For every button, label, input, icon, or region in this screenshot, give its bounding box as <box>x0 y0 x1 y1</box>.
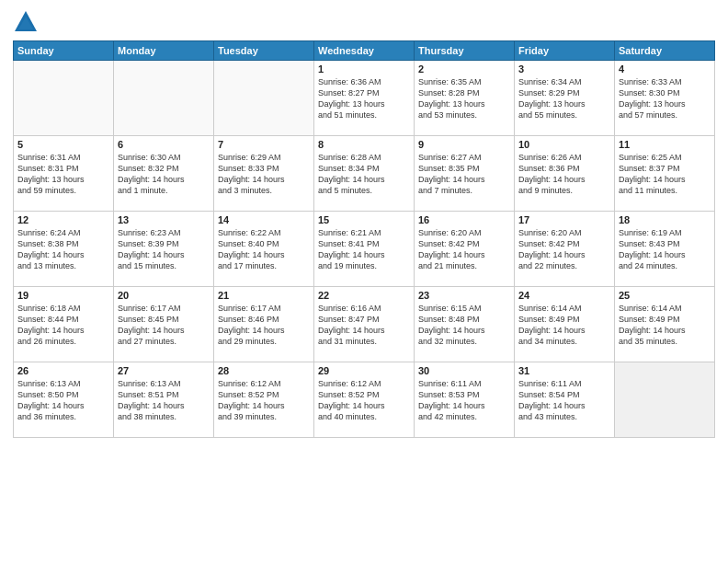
calendar-cell: 10Sunrise: 6:26 AM Sunset: 8:36 PM Dayli… <box>515 136 615 212</box>
cell-info: Sunrise: 6:13 AM Sunset: 8:50 PM Dayligh… <box>17 378 109 423</box>
calendar-cell: 2Sunrise: 6:35 AM Sunset: 8:28 PM Daylig… <box>415 61 515 136</box>
cell-info: Sunrise: 6:14 AM Sunset: 8:49 PM Dayligh… <box>518 303 610 348</box>
day-number: 8 <box>318 139 410 150</box>
cell-info: Sunrise: 6:21 AM Sunset: 8:41 PM Dayligh… <box>318 227 410 272</box>
day-number: 2 <box>418 63 510 75</box>
day-number: 20 <box>118 290 210 301</box>
cell-info: Sunrise: 6:19 AM Sunset: 8:43 PM Dayligh… <box>619 227 711 272</box>
calendar-cell: 25Sunrise: 6:14 AM Sunset: 8:49 PM Dayli… <box>615 287 715 362</box>
week-row-5: 26Sunrise: 6:13 AM Sunset: 8:50 PM Dayli… <box>14 362 715 438</box>
cell-info: Sunrise: 6:23 AM Sunset: 8:39 PM Dayligh… <box>118 227 210 272</box>
weekday-saturday: Saturday <box>615 41 715 61</box>
cell-info: Sunrise: 6:20 AM Sunset: 8:42 PM Dayligh… <box>518 227 610 272</box>
cell-info: Sunrise: 6:36 AM Sunset: 8:27 PM Dayligh… <box>318 76 410 121</box>
calendar-cell: 15Sunrise: 6:21 AM Sunset: 8:41 PM Dayli… <box>314 212 415 287</box>
cell-info: Sunrise: 6:12 AM Sunset: 8:52 PM Dayligh… <box>218 378 310 423</box>
cell-info: Sunrise: 6:29 AM Sunset: 8:33 PM Dayligh… <box>218 152 310 197</box>
calendar-cell: 5Sunrise: 6:31 AM Sunset: 8:31 PM Daylig… <box>14 136 114 212</box>
cell-info: Sunrise: 6:22 AM Sunset: 8:40 PM Dayligh… <box>218 227 310 272</box>
cell-info: Sunrise: 6:11 AM Sunset: 8:53 PM Dayligh… <box>418 378 510 423</box>
weekday-header-row: SundayMondayTuesdayWednesdayThursdayFrid… <box>14 41 715 61</box>
cell-info: Sunrise: 6:27 AM Sunset: 8:35 PM Dayligh… <box>418 152 510 197</box>
cell-info: Sunrise: 6:25 AM Sunset: 8:37 PM Dayligh… <box>619 152 711 197</box>
day-number: 31 <box>518 365 610 376</box>
calendar-cell: 7Sunrise: 6:29 AM Sunset: 8:33 PM Daylig… <box>214 136 314 212</box>
cell-info: Sunrise: 6:14 AM Sunset: 8:49 PM Dayligh… <box>619 303 711 348</box>
cell-info: Sunrise: 6:28 AM Sunset: 8:34 PM Dayligh… <box>318 152 410 197</box>
cell-info: Sunrise: 6:18 AM Sunset: 8:44 PM Dayligh… <box>17 303 109 348</box>
cell-info: Sunrise: 6:24 AM Sunset: 8:38 PM Dayligh… <box>17 227 109 272</box>
day-number: 10 <box>518 139 610 150</box>
page: SundayMondayTuesdayWednesdayThursdayFrid… <box>0 0 728 563</box>
calendar-cell <box>114 61 214 136</box>
calendar-cell: 23Sunrise: 6:15 AM Sunset: 8:48 PM Dayli… <box>415 287 515 362</box>
cell-info: Sunrise: 6:20 AM Sunset: 8:42 PM Dayligh… <box>418 227 510 272</box>
calendar-cell: 21Sunrise: 6:17 AM Sunset: 8:46 PM Dayli… <box>214 287 314 362</box>
calendar-cell: 27Sunrise: 6:13 AM Sunset: 8:51 PM Dayli… <box>114 362 214 438</box>
calendar-cell: 4Sunrise: 6:33 AM Sunset: 8:30 PM Daylig… <box>615 61 715 136</box>
day-number: 16 <box>418 214 510 225</box>
day-number: 4 <box>619 63 711 75</box>
calendar-cell: 18Sunrise: 6:19 AM Sunset: 8:43 PM Dayli… <box>615 212 715 287</box>
day-number: 14 <box>218 214 310 225</box>
weekday-wednesday: Wednesday <box>314 41 415 61</box>
cell-info: Sunrise: 6:16 AM Sunset: 8:47 PM Dayligh… <box>318 303 410 348</box>
weekday-monday: Monday <box>114 41 214 61</box>
day-number: 26 <box>17 365 109 376</box>
week-row-1: 1Sunrise: 6:36 AM Sunset: 8:27 PM Daylig… <box>14 61 715 136</box>
day-number: 3 <box>518 63 610 75</box>
cell-info: Sunrise: 6:31 AM Sunset: 8:31 PM Dayligh… <box>17 152 109 197</box>
day-number: 28 <box>218 365 310 376</box>
cell-info: Sunrise: 6:12 AM Sunset: 8:52 PM Dayligh… <box>318 378 410 423</box>
day-number: 1 <box>318 63 410 75</box>
cell-info: Sunrise: 6:30 AM Sunset: 8:32 PM Dayligh… <box>118 152 210 197</box>
calendar-cell <box>615 362 715 438</box>
day-number: 17 <box>518 214 610 225</box>
day-number: 27 <box>118 365 210 376</box>
week-row-3: 12Sunrise: 6:24 AM Sunset: 8:38 PM Dayli… <box>14 212 715 287</box>
calendar-cell: 28Sunrise: 6:12 AM Sunset: 8:52 PM Dayli… <box>214 362 314 438</box>
weekday-sunday: Sunday <box>14 41 114 61</box>
calendar-cell: 22Sunrise: 6:16 AM Sunset: 8:47 PM Dayli… <box>314 287 415 362</box>
cell-info: Sunrise: 6:17 AM Sunset: 8:46 PM Dayligh… <box>218 303 310 348</box>
day-number: 12 <box>17 214 109 225</box>
header <box>13 9 715 35</box>
calendar-cell: 13Sunrise: 6:23 AM Sunset: 8:39 PM Dayli… <box>114 212 214 287</box>
day-number: 6 <box>118 139 210 150</box>
day-number: 18 <box>619 214 711 225</box>
weekday-friday: Friday <box>515 41 615 61</box>
day-number: 13 <box>118 214 210 225</box>
logo <box>13 9 42 35</box>
day-number: 5 <box>17 139 109 150</box>
calendar-cell: 29Sunrise: 6:12 AM Sunset: 8:52 PM Dayli… <box>314 362 415 438</box>
calendar-cell: 17Sunrise: 6:20 AM Sunset: 8:42 PM Dayli… <box>515 212 615 287</box>
cell-info: Sunrise: 6:17 AM Sunset: 8:45 PM Dayligh… <box>118 303 210 348</box>
day-number: 19 <box>17 290 109 301</box>
day-number: 11 <box>619 139 711 150</box>
week-row-2: 5Sunrise: 6:31 AM Sunset: 8:31 PM Daylig… <box>14 136 715 212</box>
calendar-cell: 20Sunrise: 6:17 AM Sunset: 8:45 PM Dayli… <box>114 287 214 362</box>
day-number: 25 <box>619 290 711 301</box>
calendar-cell: 31Sunrise: 6:11 AM Sunset: 8:54 PM Dayli… <box>515 362 615 438</box>
calendar-cell <box>214 61 314 136</box>
calendar-cell: 9Sunrise: 6:27 AM Sunset: 8:35 PM Daylig… <box>415 136 515 212</box>
calendar-cell: 16Sunrise: 6:20 AM Sunset: 8:42 PM Dayli… <box>415 212 515 287</box>
day-number: 9 <box>418 139 510 150</box>
day-number: 15 <box>318 214 410 225</box>
calendar-cell <box>14 61 114 136</box>
cell-info: Sunrise: 6:34 AM Sunset: 8:29 PM Dayligh… <box>518 76 610 121</box>
day-number: 30 <box>418 365 510 376</box>
cell-info: Sunrise: 6:33 AM Sunset: 8:30 PM Dayligh… <box>619 76 711 121</box>
day-number: 29 <box>318 365 410 376</box>
day-number: 23 <box>418 290 510 301</box>
day-number: 22 <box>318 290 410 301</box>
cell-info: Sunrise: 6:11 AM Sunset: 8:54 PM Dayligh… <box>518 378 610 423</box>
calendar-cell: 6Sunrise: 6:30 AM Sunset: 8:32 PM Daylig… <box>114 136 214 212</box>
calendar-cell: 26Sunrise: 6:13 AM Sunset: 8:50 PM Dayli… <box>14 362 114 438</box>
calendar-table: SundayMondayTuesdayWednesdayThursdayFrid… <box>13 40 715 438</box>
calendar-cell: 3Sunrise: 6:34 AM Sunset: 8:29 PM Daylig… <box>515 61 615 136</box>
day-number: 7 <box>218 139 310 150</box>
calendar-cell: 19Sunrise: 6:18 AM Sunset: 8:44 PM Dayli… <box>14 287 114 362</box>
calendar-cell: 14Sunrise: 6:22 AM Sunset: 8:40 PM Dayli… <box>214 212 314 287</box>
calendar-cell: 12Sunrise: 6:24 AM Sunset: 8:38 PM Dayli… <box>14 212 114 287</box>
